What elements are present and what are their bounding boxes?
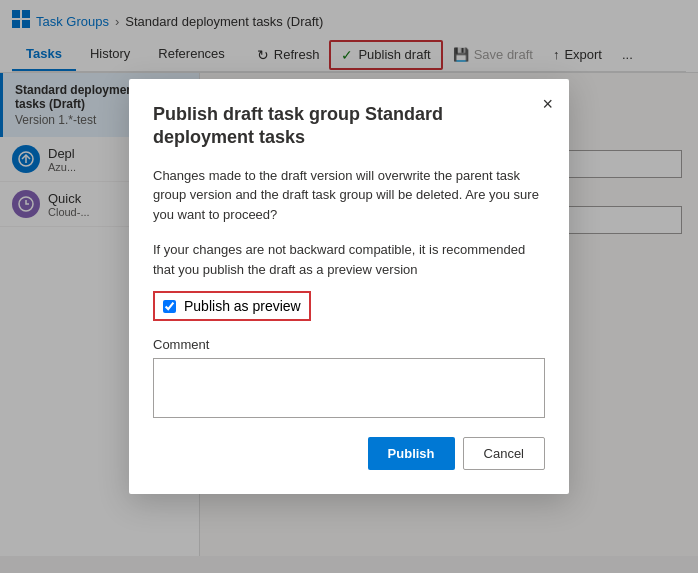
modal-body-text1: Changes made to the draft version will o… xyxy=(153,166,545,225)
modal-close-button[interactable]: × xyxy=(542,95,553,113)
modal-body-text2: If your changes are not backward compati… xyxy=(153,240,545,279)
comment-label: Comment xyxy=(153,337,545,352)
modal-overlay: × Publish draft task group Standard depl… xyxy=(0,0,698,573)
modal-title: Publish draft task group Standard deploy… xyxy=(153,103,545,150)
cancel-button[interactable]: Cancel xyxy=(463,437,545,470)
modal-footer: Publish Cancel xyxy=(153,437,545,470)
comment-textarea[interactable] xyxy=(153,358,545,418)
publish-modal: × Publish draft task group Standard depl… xyxy=(129,79,569,494)
publish-preview-checkbox[interactable] xyxy=(163,300,176,313)
checkbox-wrapper: Publish as preview xyxy=(153,291,545,321)
publish-button[interactable]: Publish xyxy=(368,437,455,470)
publish-preview-label[interactable]: Publish as preview xyxy=(184,298,301,314)
